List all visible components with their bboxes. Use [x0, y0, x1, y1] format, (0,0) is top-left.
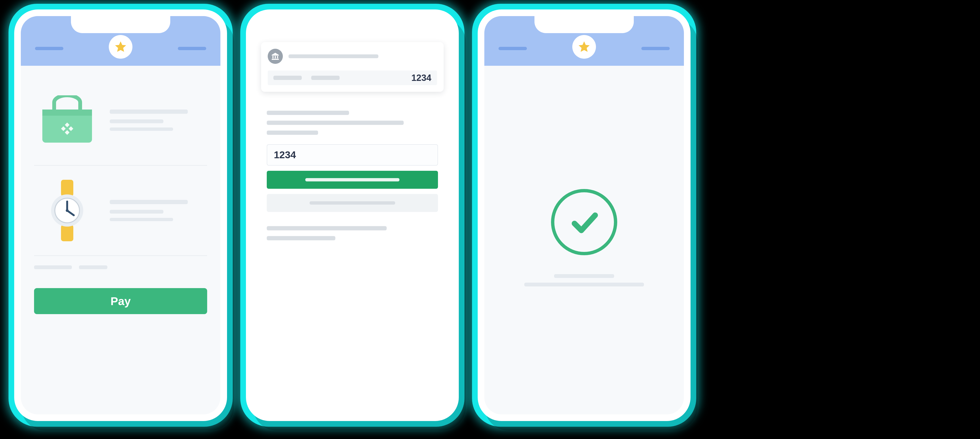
secondary-button[interactable] [267, 194, 438, 212]
svg-point-10 [66, 209, 68, 212]
phone-auth: 1234 1234 [246, 10, 459, 421]
app-logo-badge [572, 35, 596, 59]
placeholder-line [267, 226, 387, 231]
list-item [34, 75, 207, 165]
svg-rect-14 [272, 59, 279, 60]
header-right-placeholder [178, 47, 206, 50]
bag-icon [40, 95, 94, 145]
phone-body [478, 10, 690, 421]
placeholder-line [110, 210, 164, 213]
placeholder-line [311, 76, 340, 80]
bank-icon [268, 49, 283, 64]
bank-building-icon [271, 52, 280, 60]
success-text [524, 274, 644, 291]
product-image [34, 87, 100, 153]
watch-icon [48, 180, 86, 241]
bank-card: 1234 [261, 42, 444, 92]
pay-button[interactable]: Pay [34, 288, 207, 314]
placeholder-line [110, 127, 173, 131]
app-logo-badge [109, 35, 132, 59]
checkmark-icon [568, 205, 601, 239]
placeholder-line [110, 218, 173, 221]
phone-screen: Pay [21, 16, 220, 414]
svg-rect-6 [61, 180, 73, 196]
placeholder-line [267, 121, 404, 125]
card-row: 1234 [268, 70, 437, 85]
confirm-button-label-placeholder [305, 178, 399, 181]
checkout-content: Pay [21, 66, 220, 324]
phone-screen [484, 16, 684, 414]
auth-body: 1234 [253, 92, 452, 265]
summary-row [34, 256, 207, 274]
confirm-button[interactable] [267, 171, 438, 189]
phone-body: 1234 1234 [246, 10, 459, 421]
placeholder-line [267, 236, 335, 240]
phone-body: Pay [14, 10, 227, 421]
success-content [484, 66, 684, 414]
product-image [34, 177, 100, 243]
star-icon [578, 40, 591, 54]
bank-name-placeholder [288, 54, 379, 58]
placeholder-line [267, 111, 349, 115]
svg-rect-12 [275, 56, 276, 59]
svg-rect-11 [272, 56, 274, 59]
bank-card-header [268, 49, 437, 64]
phone-notch [303, 16, 402, 33]
placeholder-line [554, 274, 614, 278]
star-icon [114, 40, 127, 54]
success-badge [551, 189, 617, 255]
secondary-button-label-placeholder [310, 201, 395, 205]
phone-screen: 1234 1234 [253, 16, 452, 414]
placeholder-line [79, 266, 107, 269]
svg-rect-13 [277, 56, 278, 59]
placeholder-line [110, 200, 188, 204]
phone-notch [535, 16, 634, 33]
card-last4: 1234 [411, 73, 431, 83]
product-details [100, 110, 207, 131]
placeholder-line [524, 283, 644, 286]
header-right-placeholder [641, 47, 670, 50]
placeholder-line [274, 76, 302, 80]
placeholder-line [110, 119, 164, 123]
otp-input[interactable]: 1234 [267, 144, 438, 165]
placeholder-line [34, 266, 72, 269]
placeholder-line [267, 130, 318, 135]
header-left-placeholder [35, 47, 64, 50]
phone-notch [71, 16, 170, 33]
header-left-placeholder [498, 47, 527, 50]
product-details [100, 200, 207, 221]
list-item [34, 165, 207, 256]
svg-rect-7 [61, 225, 73, 241]
placeholder-line [110, 110, 188, 114]
otp-value: 1234 [274, 149, 296, 161]
phone-checkout: Pay [14, 10, 227, 421]
phone-success [478, 10, 690, 421]
svg-rect-1 [42, 110, 92, 116]
pay-button-label: Pay [110, 295, 130, 308]
